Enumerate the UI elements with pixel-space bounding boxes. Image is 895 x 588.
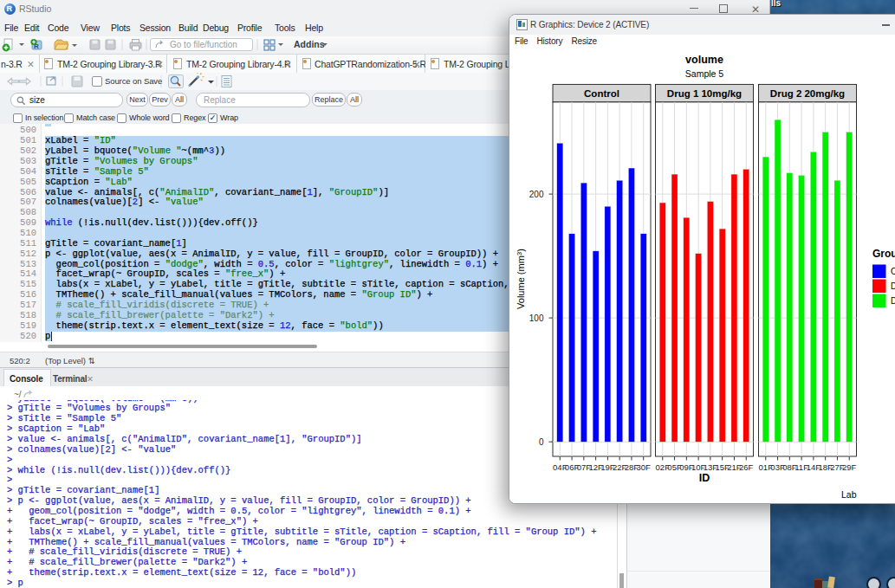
svg-text:Volume (mm3): Volume (mm3) bbox=[516, 249, 526, 309]
svg-text:Drug 2 20mg/kg: Drug 2 20mg/kg bbox=[891, 296, 895, 306]
svg-text:Control: Control bbox=[584, 88, 619, 99]
svg-text:Drug 2 20mg/kg: Drug 2 20mg/kg bbox=[770, 88, 845, 99]
svg-text:Lab: Lab bbox=[841, 488, 857, 499]
svg-text:volume: volume bbox=[685, 53, 723, 65]
svg-text:100: 100 bbox=[529, 313, 544, 322]
svg-text:Drug 1 10mg/kg: Drug 1 10mg/kg bbox=[667, 88, 742, 99]
svg-text:0: 0 bbox=[539, 436, 544, 446]
svg-text:26F: 26F bbox=[739, 462, 754, 471]
svg-text:Control: Control bbox=[891, 267, 895, 276]
svg-text:ID: ID bbox=[699, 472, 710, 484]
svg-text:Group ID: Group ID bbox=[872, 248, 895, 260]
svg-text:Sample 5: Sample 5 bbox=[685, 68, 724, 79]
svg-text:30F: 30F bbox=[637, 462, 652, 471]
svg-text:29F: 29F bbox=[842, 462, 857, 471]
svg-text:200: 200 bbox=[529, 189, 544, 198]
svg-text:Drug 1 10mg/kg: Drug 1 10mg/kg bbox=[891, 281, 895, 291]
